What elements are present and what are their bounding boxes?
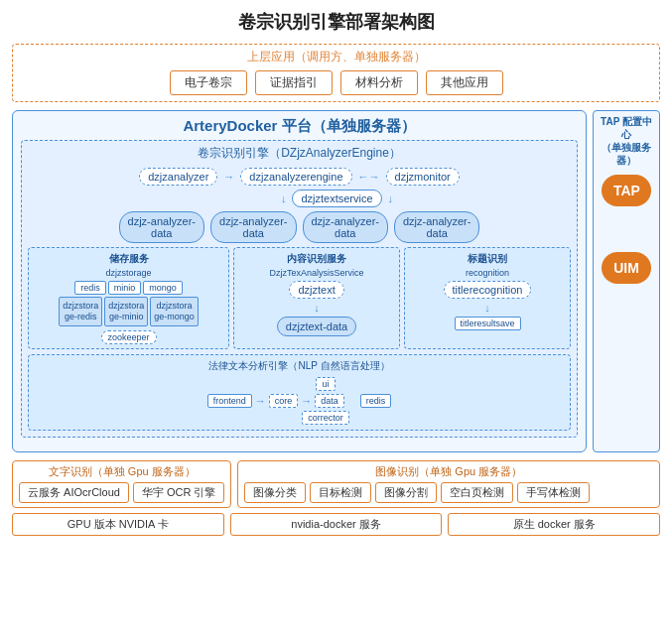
bottom-row-1: 文字识别（单独 Gpu 服务器） 云服务 AIOcrCloud 华宇 OCR 引… bbox=[12, 460, 660, 508]
text-recognition-group: 文字识别（单独 Gpu 服务器） 云服务 AIOcrCloud 华宇 OCR 引… bbox=[12, 460, 231, 508]
text-box-0: 云服务 AIOcrCloud bbox=[19, 482, 129, 503]
uim-button[interactable]: UIM bbox=[602, 252, 651, 284]
image-recognition-group: 图像识别（单独 Gpu 服务器） 图像分类 目标检测 图像分割 空白页检测 手写… bbox=[237, 460, 660, 508]
main-title: 卷宗识别引擎部署架构图 bbox=[12, 10, 660, 34]
recognition-subtitle: recognition bbox=[409, 268, 566, 278]
storage-title: 储存服务 bbox=[33, 252, 224, 266]
tap-title: TAP 配置中心（单独服务器） bbox=[598, 115, 655, 167]
gpu-version-box: GPU 版本 NVIDIA 卡 bbox=[12, 513, 224, 536]
arrow1: → bbox=[223, 171, 234, 183]
dzjzstora-minio: dzjzstorage-minio bbox=[104, 297, 148, 326]
text-box-1: 华宇 OCR 引擎 bbox=[133, 482, 225, 503]
recognition-title: 标题识别 bbox=[409, 252, 566, 266]
native-docker-box: 原生 docker 服务 bbox=[448, 513, 660, 536]
dzjzanalyzer-node: dzjzanalyzer bbox=[139, 168, 217, 186]
zookeeper-box: zookeeper bbox=[101, 330, 157, 344]
dzjzstora-redis: dzjzstorage-redis bbox=[59, 297, 102, 326]
dzjzmonitor-node: dzjzmonitor bbox=[386, 168, 460, 186]
engine-sub-row: 储存服务 dzjzstorage redis minio mongo dzjzs… bbox=[28, 247, 571, 349]
nlp-row-main: frontend → core → data redis bbox=[35, 394, 564, 408]
content-inner: dzjztext ↓ dzjztext-data bbox=[238, 281, 395, 336]
top-box-0: 电子卷宗 bbox=[170, 70, 247, 95]
tap-button[interactable]: TAP bbox=[602, 175, 651, 206]
bottom-section: 文字识别（单独 Gpu 服务器） 云服务 AIOcrCloud 华宇 OCR 引… bbox=[12, 460, 660, 536]
top-layer-boxes: 电子卷宗 证据指引 材料分析 其他应用 bbox=[21, 70, 651, 95]
dzjzanalyzerengine-node: dzjzanalyzerengine bbox=[240, 168, 351, 186]
redis-box: redis bbox=[74, 281, 106, 295]
content-col: 内容识别服务 DzjzTexAnalysisService dzjztext ↓… bbox=[233, 247, 400, 349]
img-box-2: 图像分割 bbox=[375, 482, 437, 503]
engine-section: 卷宗识别引擎（DZjzAnalyzerEngine） dzjzanalyzer … bbox=[21, 140, 578, 438]
bottom-row-2: GPU 版本 NVIDIA 卡 nvidia-docker 服务 原生 dock… bbox=[12, 513, 660, 536]
artery-title: ArteryDocker 平台（单独服务器） bbox=[21, 117, 578, 136]
recognition-col: 标题识别 recognition titlerecognition ↓ titl… bbox=[404, 247, 571, 349]
page: 卷宗识别引擎部署架构图 上层应用（调用方、单独服务器） 电子卷宗 证据指引 材料… bbox=[0, 0, 672, 546]
tap-sidebar: TAP 配置中心（单独服务器） TAP UIM bbox=[593, 110, 660, 452]
storage-subtitle: dzjzstorage bbox=[33, 268, 224, 278]
ui-node: ui bbox=[316, 377, 335, 391]
arrow-r1: → bbox=[255, 395, 266, 407]
engine-title: 卷宗识别引擎（DZjzAnalyzerEngine） bbox=[28, 145, 571, 162]
nlp-row-corrector: corrector bbox=[35, 411, 564, 425]
img-box-1: 目标检测 bbox=[310, 482, 371, 503]
img-box-4: 手写体检测 bbox=[517, 482, 590, 503]
textservice-node: dzjztextservice bbox=[292, 190, 381, 207]
image-recognition-title: 图像识别（单独 Gpu 服务器） bbox=[244, 464, 653, 479]
top-nodes-row: dzjzanalyzer → dzjzanalyzerengine ←→ dzj… bbox=[28, 168, 571, 186]
data-node-3: dzjz-analyzer-data bbox=[394, 211, 479, 243]
redis-nlp-node: redis bbox=[360, 394, 392, 408]
arrow-down1: ↓ bbox=[314, 302, 320, 314]
arrow-r2: → bbox=[301, 395, 312, 407]
titleresultsave-node: titleresultsave bbox=[455, 317, 521, 330]
img-box-0: 图像分类 bbox=[244, 482, 306, 503]
top-box-1: 证据指引 bbox=[255, 70, 333, 95]
artery-platform: ArteryDocker 平台（单独服务器） 卷宗识别引擎（DZjzAnalyz… bbox=[12, 110, 587, 452]
top-box-2: 材料分析 bbox=[340, 70, 418, 95]
data-node-0: dzjz-analyzer-data bbox=[119, 211, 204, 243]
arrow-down2: ↓ bbox=[484, 302, 490, 314]
nvidia-docker-box: nvidia-docker 服务 bbox=[230, 513, 443, 536]
dzjzstora-mongo: dzjzstorage-mongo bbox=[150, 297, 199, 326]
corrector-node: corrector bbox=[302, 411, 349, 425]
top-box-3: 其他应用 bbox=[426, 70, 503, 95]
middle-section: ArteryDocker 平台（单独服务器） 卷宗识别引擎（DZjzAnalyz… bbox=[12, 110, 660, 452]
core-node: core bbox=[269, 394, 299, 408]
data-nlp-node: data bbox=[315, 394, 344, 408]
top-layer: 上层应用（调用方、单独服务器） 电子卷宗 证据指引 材料分析 其他应用 bbox=[12, 44, 660, 102]
nlp-section: 法律文本分析引擎（NLP 自然语言处理） ui frontend → core … bbox=[28, 354, 571, 431]
image-recognition-boxes: 图像分类 目标检测 图像分割 空白页检测 手写体检测 bbox=[244, 482, 653, 503]
mongo-box: mongo bbox=[143, 281, 183, 295]
text-recognition-title: 文字识别（单独 Gpu 服务器） bbox=[19, 464, 224, 479]
nlp-row-top: ui bbox=[35, 377, 564, 391]
dzjztext-node: dzjztext bbox=[289, 281, 343, 299]
img-box-3: 空白页检测 bbox=[441, 482, 513, 503]
arrow3: ↓ bbox=[281, 192, 287, 204]
title-inner: titlerecognition ↓ titleresultsave bbox=[409, 281, 566, 330]
storage-inner: redis minio mongo dzjzstorage-redis dzjz… bbox=[33, 281, 224, 344]
content-title: 内容识别服务 bbox=[238, 252, 395, 266]
arrow2: ←→ bbox=[358, 171, 380, 183]
top-layer-title: 上层应用（调用方、单独服务器） bbox=[21, 49, 651, 65]
data-node-2: dzjz-analyzer-data bbox=[303, 211, 388, 243]
content-subtitle: DzjzTexAnalysisService bbox=[238, 268, 395, 278]
minio-box: minio bbox=[108, 281, 142, 295]
text-recognition-boxes: 云服务 AIOcrCloud 华宇 OCR 引擎 bbox=[19, 482, 224, 503]
textservice-row: ↓ dzjztextservice ↓ bbox=[28, 190, 571, 207]
data-node-1: dzjz-analyzer-data bbox=[210, 211, 296, 243]
frontend-node: frontend bbox=[207, 394, 252, 408]
storage-col: 储存服务 dzjzstorage redis minio mongo dzjzs… bbox=[28, 247, 229, 349]
titlerecognition-node: titlerecognition bbox=[444, 281, 532, 299]
dzjztext-data-node: dzjztext-data bbox=[277, 317, 356, 336]
nlp-title: 法律文本分析引擎（NLP 自然语言处理） bbox=[35, 359, 564, 373]
arrow4: ↓ bbox=[388, 192, 394, 204]
data-nodes-row: dzjz-analyzer-data dzjz-analyzer-data dz… bbox=[28, 211, 571, 243]
